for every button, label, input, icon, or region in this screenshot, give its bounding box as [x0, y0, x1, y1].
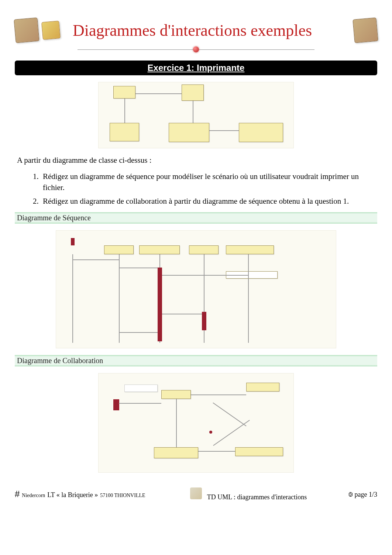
footer-doc-block: TD UML : diagrammes d'interactions: [187, 487, 307, 501]
uml-connector: [198, 451, 235, 452]
footer-city: 57100 THIONVILLE: [100, 493, 145, 499]
actor-head-icon: [71, 238, 75, 245]
uml-class-box: [113, 86, 135, 99]
footer-author: Niedercorn: [22, 493, 45, 499]
uml-class-box: [110, 123, 139, 141]
uml-connector: [191, 394, 246, 395]
connector-dot-icon: [209, 431, 212, 434]
message-arrow: [119, 268, 158, 268]
uml-connector: [213, 402, 246, 426]
class-diagram-figure: [98, 82, 294, 148]
exercise-heading: Exercice 1: Imprimante: [15, 61, 377, 75]
school-logo-icon: [14, 17, 39, 43]
uml-class-box: [169, 123, 209, 142]
uml-class-box: [182, 85, 204, 101]
actor-icon: [113, 399, 119, 410]
uml-object-box: [161, 390, 191, 399]
footer-page-block: 🄯 page 1/3: [349, 490, 377, 499]
page-footer: # Niedercorn LT « la Briquerie » 57100 T…: [15, 484, 377, 501]
copyleft-icon: 🄯: [349, 490, 353, 499]
uml-object-box: [104, 245, 134, 254]
uml-connector: [193, 101, 193, 123]
uml-object-box: [154, 447, 198, 458]
uml-connector: [209, 130, 239, 131]
uml-object-box: [124, 385, 158, 392]
hash-icon: #: [15, 489, 20, 499]
footer-logo-icon: [190, 487, 202, 499]
uml-connector: [135, 93, 182, 94]
lifeline: [248, 254, 249, 343]
section-heading-collab: Diagramme de Collaboration: [15, 355, 377, 366]
secondary-logo-icon: [41, 21, 61, 40]
footer-doc-title: TD UML : diagrammes d'interactions: [207, 493, 307, 501]
activation-bar: [158, 268, 162, 341]
question-item: Rédigez un diagramme de collaboration à …: [41, 196, 375, 207]
uml-object-box: [246, 383, 279, 392]
uml-connector: [124, 99, 125, 123]
uml-class-box: [239, 123, 283, 142]
uml-object-box: [189, 245, 219, 254]
header-left-group: Diagrammes d'interactions exemples: [15, 18, 312, 42]
decorative-divider: [78, 46, 314, 53]
message-arrow: [162, 314, 202, 314]
uml-connector: [213, 420, 250, 445]
page-title: Diagrammes d'interactions exemples: [63, 21, 312, 40]
uml-connector: [119, 403, 161, 404]
message-arrow: [119, 332, 158, 333]
message-arrow: [72, 259, 119, 260]
message-arrow: [162, 275, 248, 276]
footer-author-block: # Niedercorn LT « la Briquerie » 57100 T…: [15, 489, 145, 499]
intro-paragraph: A partir du diagramme de classe ci-dessu…: [17, 155, 375, 165]
footer-page-number: page 1/3: [355, 491, 377, 499]
page-header: Diagrammes d'interactions exemples: [15, 18, 377, 42]
uml-object-box: [235, 447, 283, 456]
school-logo-icon: [353, 17, 378, 43]
question-item: Rédigez un diagramme de séquence pour mo…: [41, 171, 375, 193]
uml-object-box: [139, 245, 180, 254]
sequence-diagram-figure: [56, 230, 336, 348]
section-heading-sequence: Diagramme de Séquence: [15, 212, 377, 224]
footer-school: LT « la Briquerie »: [47, 491, 98, 499]
activation-bar: [202, 312, 206, 330]
lifeline: [72, 254, 73, 343]
uml-object-box: [226, 245, 274, 254]
uml-connector: [176, 399, 177, 447]
question-list: Rédigez un diagramme de séquence pour mo…: [30, 171, 375, 207]
collaboration-diagram-figure: [98, 373, 294, 473]
divider-dot-icon: [193, 46, 199, 52]
